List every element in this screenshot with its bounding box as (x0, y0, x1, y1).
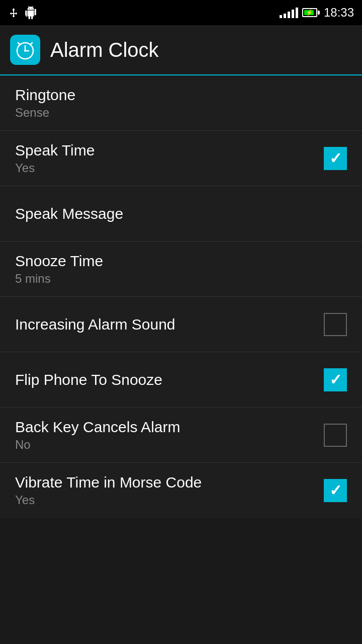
setting-checkbox-back-key-cancels-alarm[interactable] (324, 424, 347, 447)
setting-label-flip-phone-to-snooze: Flip Phone To Snooze (15, 371, 324, 388)
setting-label-vibrate-time-morse-code: Vibrate Time in Morse Code (15, 474, 324, 491)
svg-line-4 (30, 43, 32, 45)
setting-item-vibrate-time-morse-code[interactable]: Vibrate Time in Morse CodeYes✓ (0, 463, 362, 518)
setting-checkbox-vibrate-time-morse-code[interactable]: ✓ (324, 479, 347, 502)
status-bar: ⚡ 18:33 (0, 0, 362, 25)
setting-checkbox-flip-phone-to-snooze[interactable]: ✓ (324, 368, 347, 391)
setting-label-snooze-time: Snooze Time (15, 253, 347, 270)
setting-item-back-key-cancels-alarm[interactable]: Back Key Cancels AlarmNo (0, 408, 362, 463)
setting-value-ringtone: Sense (15, 106, 347, 120)
setting-item-flip-phone-to-snooze[interactable]: Flip Phone To Snooze✓ (0, 352, 362, 408)
setting-content-increasing-alarm-sound: Increasing Alarm Sound (15, 316, 324, 333)
setting-content-snooze-time: Snooze Time5 mins (15, 253, 347, 286)
setting-label-speak-message: Speak Message (15, 205, 347, 222)
app-bar: Alarm Clock (0, 25, 362, 75)
setting-checkbox-increasing-alarm-sound[interactable] (324, 313, 347, 336)
checkmark-speak-time: ✓ (329, 151, 342, 166)
setting-checkbox-speak-time[interactable]: ✓ (324, 147, 347, 170)
status-time: 18:33 (324, 6, 354, 20)
setting-label-increasing-alarm-sound: Increasing Alarm Sound (15, 316, 324, 333)
setting-label-back-key-cancels-alarm: Back Key Cancels Alarm (15, 419, 324, 436)
svg-point-5 (24, 50, 26, 52)
setting-item-increasing-alarm-sound[interactable]: Increasing Alarm Sound (0, 297, 362, 352)
setting-content-speak-message: Speak Message (15, 205, 347, 222)
svg-line-3 (18, 43, 20, 45)
setting-item-ringtone[interactable]: RingtoneSense (0, 75, 362, 131)
setting-item-speak-message[interactable]: Speak Message (0, 186, 362, 242)
checkmark-flip-phone-to-snooze: ✓ (329, 372, 342, 387)
checkmark-vibrate-time-morse-code: ✓ (329, 483, 342, 498)
signal-icon (280, 7, 298, 18)
setting-content-back-key-cancels-alarm: Back Key Cancels AlarmNo (15, 419, 324, 452)
setting-content-speak-time: Speak TimeYes (15, 142, 324, 175)
setting-content-flip-phone-to-snooze: Flip Phone To Snooze (15, 371, 324, 388)
settings-list: RingtoneSenseSpeak TimeYes✓Speak Message… (0, 75, 362, 518)
battery-icon: ⚡ (302, 8, 320, 17)
setting-label-ringtone: Ringtone (15, 87, 347, 104)
app-icon (10, 35, 40, 65)
setting-content-vibrate-time-morse-code: Vibrate Time in Morse CodeYes (15, 474, 324, 507)
usb-icon (8, 7, 19, 18)
status-right-icons: ⚡ 18:33 (280, 6, 354, 20)
setting-value-snooze-time: 5 mins (15, 272, 347, 286)
setting-item-snooze-time[interactable]: Snooze Time5 mins (0, 242, 362, 297)
android-debug-icon (24, 6, 37, 19)
setting-value-speak-time: Yes (15, 161, 324, 175)
status-left-icons (8, 6, 37, 19)
alarm-clock-icon (14, 39, 36, 61)
app-title: Alarm Clock (50, 39, 159, 61)
setting-item-speak-time[interactable]: Speak TimeYes✓ (0, 131, 362, 186)
setting-label-speak-time: Speak Time (15, 142, 324, 159)
setting-value-back-key-cancels-alarm: No (15, 438, 324, 452)
setting-value-vibrate-time-morse-code: Yes (15, 493, 324, 507)
setting-content-ringtone: RingtoneSense (15, 87, 347, 120)
